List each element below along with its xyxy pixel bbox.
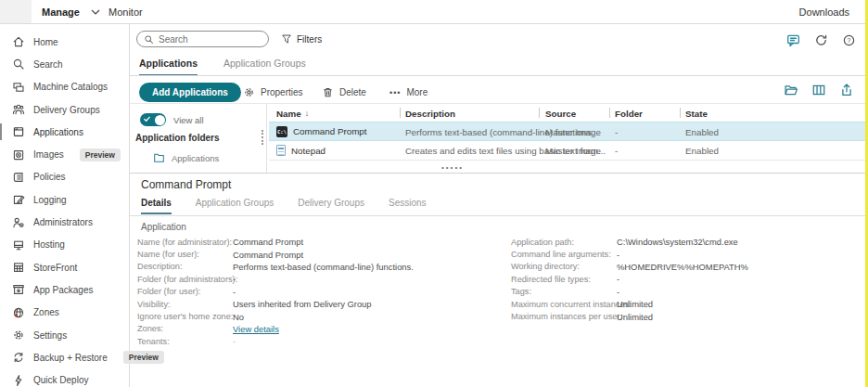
view-all-label: View all: [173, 115, 204, 125]
export-icon[interactable]: [839, 83, 854, 97]
search-input-container: [136, 31, 269, 47]
field-label: Zones:: [137, 324, 233, 333]
column-header-description[interactable]: Description: [405, 108, 455, 118]
field-row: Maximum concurrent instances:Unlimited: [511, 298, 748, 310]
sidebar-item-label: App Packages: [33, 285, 94, 295]
folders-panel-resize-handle[interactable]: [262, 130, 263, 145]
sidebar-item-backup-restore[interactable]: Backup + Restore Preview: [0, 346, 129, 368]
sidebar-item-administrators[interactable]: Administrators: [0, 211, 129, 233]
tabs-divider: [130, 75, 868, 76]
field-value: Performs text-based (command-line) funct…: [233, 262, 414, 272]
refresh-icon[interactable]: [813, 32, 828, 47]
panel-splitter-line[interactable]: [130, 173, 868, 174]
field-value: -: [617, 287, 619, 297]
field-value: Command Prompt: [233, 237, 303, 247]
toggle-knob: [155, 115, 165, 125]
sidebar-item-hosting[interactable]: Hosting: [0, 234, 129, 256]
citrix-manage-console: Manage Monitor Downloads Home Search Mac…: [0, 0, 868, 387]
sidebar-item-label: Images: [33, 149, 64, 160]
search-input[interactable]: [159, 34, 251, 45]
search-icon: [12, 58, 25, 71]
folders-panel-header: Application folders: [135, 133, 220, 143]
table-header: Name ↓ Description Source Folder State: [269, 104, 865, 122]
delete-label: Delete: [339, 87, 366, 97]
tab-details-delivery-groups[interactable]: Delivery Groups: [298, 198, 364, 214]
delete-button[interactable]: Delete: [322, 83, 366, 102]
sidebar-item-quick-deploy[interactable]: Quick Deploy: [0, 368, 129, 387]
field-label: Maximum instances per user:: [511, 312, 617, 321]
field-label: Folder (for user):: [137, 287, 233, 296]
feedback-icon[interactable]: [785, 32, 800, 47]
tab-details[interactable]: Details: [141, 198, 172, 214]
sidebar-item-app-packages[interactable]: App Packages: [0, 278, 129, 301]
row-source-cell: Master Image: [545, 146, 601, 156]
application-section-label: Application: [141, 222, 186, 232]
sidebar-item-applications[interactable]: Applications: [0, 121, 129, 143]
row-name-cell: Notepad: [276, 141, 326, 160]
tab-applications[interactable]: Applications: [139, 58, 198, 76]
field-label: Maximum concurrent instances:: [511, 300, 617, 309]
filters-button[interactable]: Filters: [281, 31, 322, 47]
zones-icon: [12, 306, 25, 319]
manage-folders-icon[interactable]: [784, 83, 798, 97]
filter-funnel-icon: [281, 33, 292, 45]
sidebar-item-label: Policies: [33, 172, 65, 182]
sort-descending-icon: ↓: [305, 109, 310, 118]
downloads-link[interactable]: Downloads: [799, 0, 849, 23]
field-value: No: [233, 312, 244, 322]
row-name-label: Notepad: [291, 146, 326, 156]
choose-columns-icon[interactable]: [811, 83, 826, 97]
sidebar-item-delivery-groups[interactable]: Delivery Groups: [0, 98, 129, 121]
tab-application-groups[interactable]: Application Groups: [223, 58, 306, 76]
column-header-state[interactable]: State: [685, 108, 708, 118]
properties-label: Properties: [261, 87, 303, 97]
field-value: Command Prompt: [233, 250, 303, 260]
sidebar-item-settings[interactable]: Settings: [0, 324, 129, 346]
row-folder-cell: -: [615, 126, 618, 136]
row-name-cell: C:\ Command Prompt: [276, 123, 367, 140]
field-value: C:\Windows\system32\cmd.exe: [617, 237, 738, 247]
properties-button[interactable]: Properties: [243, 83, 303, 102]
sidebar-item-label: Logging: [33, 195, 67, 205]
field-value: -: [617, 250, 619, 260]
column-header-name[interactable]: Name ↓: [276, 108, 309, 118]
field-value: %HOMEDRIVE%%HOMEPATH%: [617, 262, 748, 272]
monitor-menu[interactable]: Monitor: [108, 0, 143, 23]
preview-badge: Preview: [123, 351, 164, 364]
more-button[interactable]: ••• More: [389, 83, 428, 102]
utility-icons: ?: [785, 32, 856, 47]
sidebar-item-label: Applications: [33, 127, 83, 137]
sidebar-item-home[interactable]: Home: [0, 31, 129, 53]
help-icon[interactable]: ?: [841, 32, 856, 47]
view-details-link[interactable]: View details: [233, 324, 279, 334]
manage-menu[interactable]: Manage: [42, 0, 100, 23]
sidebar-item-logging[interactable]: Logging: [0, 188, 129, 211]
sidebar-item-images[interactable]: Images Preview: [0, 143, 129, 165]
view-all-toggle[interactable]: [140, 113, 166, 126]
panel-splitter-handle[interactable]: •••••: [429, 163, 476, 172]
field-row: Folder (for user):-: [137, 286, 414, 298]
storefront-icon: [12, 261, 25, 274]
hosting-icon: [12, 239, 25, 252]
table-row-notepad[interactable]: Notepad Creates and edits text files usi…: [269, 141, 865, 161]
row-source-cell: Master Image: [545, 126, 601, 136]
tab-details-application-groups[interactable]: Application Groups: [196, 198, 274, 214]
sidebar-item-machine-catalogs[interactable]: Machine Catalogs: [0, 76, 129, 98]
applications-icon: [12, 125, 25, 138]
column-header-folder[interactable]: Folder: [615, 108, 643, 118]
table-row-command-prompt[interactable]: C:\ Command Prompt Performs text-based (…: [269, 122, 865, 141]
sidebar-item-search[interactable]: Search: [0, 53, 129, 75]
field-label: Tags:: [511, 287, 617, 296]
sidebar-item-policies[interactable]: Policies: [0, 166, 129, 188]
trash-icon: [322, 86, 334, 98]
administrators-icon: [12, 216, 25, 229]
sidebar-item-zones[interactable]: Zones: [0, 302, 129, 324]
sidebar-item-storefront[interactable]: StoreFront: [0, 256, 129, 278]
add-applications-button[interactable]: Add Applications: [139, 83, 241, 102]
settings-gear-icon: [12, 329, 25, 342]
tab-details-sessions[interactable]: Sessions: [389, 198, 427, 214]
column-header-source[interactable]: Source: [545, 108, 576, 118]
home-icon: [12, 35, 25, 48]
row-state-cell: Enabled: [685, 146, 719, 156]
folder-item-applications[interactable]: Applications: [153, 152, 219, 163]
